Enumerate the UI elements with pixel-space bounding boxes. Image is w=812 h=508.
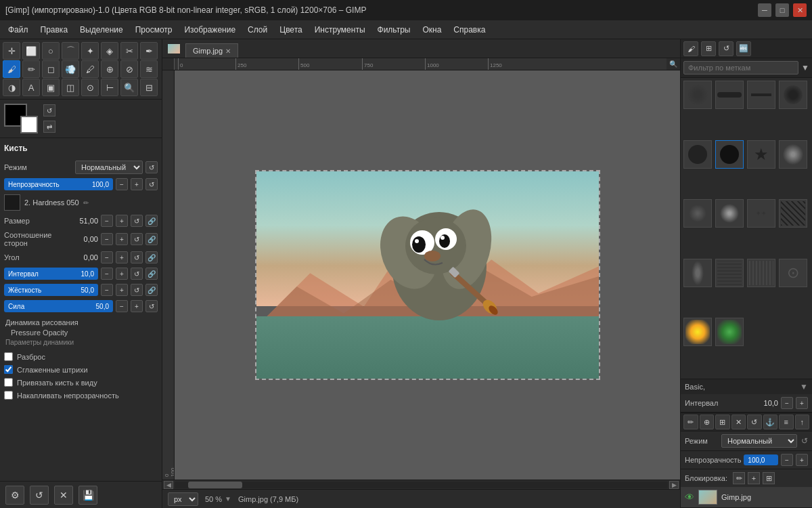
opacity-minus[interactable]: − — [116, 178, 128, 190]
color-picker-tool[interactable]: ⊙ — [81, 79, 99, 96]
unit-select[interactable]: px % cm — [168, 492, 198, 506]
menu-image[interactable]: Изображение — [179, 22, 241, 37]
brush-cell-7[interactable]: ★ — [747, 140, 775, 169]
scroll-left-btn[interactable]: ◀ — [164, 481, 173, 489]
brush-tool-btn-2[interactable]: ⊞ — [701, 41, 716, 56]
fit-zoom-button[interactable]: 🔍 — [667, 58, 680, 70]
bucket-fill-tool[interactable]: ▣ — [42, 79, 60, 96]
brush-tool-btn-4[interactable]: 🔤 — [736, 41, 751, 56]
hardness-reset[interactable]: ↺ — [131, 284, 143, 296]
menu-layer[interactable]: Слой — [242, 22, 273, 37]
angle-minus[interactable]: − — [101, 251, 113, 263]
tool-delete-button[interactable]: ✕ — [54, 486, 73, 505]
brush-cell-5[interactable] — [683, 140, 712, 169]
spacing-plus[interactable]: + — [116, 268, 128, 280]
layer-copy-btn[interactable]: ⊕ — [700, 415, 715, 429]
dodge-burn-tool[interactable]: ◑ — [3, 79, 20, 96]
size-link[interactable]: 🔗 — [145, 215, 158, 227]
layer-mode-select[interactable]: Нормальный — [721, 434, 797, 448]
brush-cell-14[interactable] — [715, 259, 744, 287]
force-plus[interactable]: + — [131, 300, 143, 312]
reset-colors-button[interactable]: ↺ — [43, 104, 55, 117]
spacing-reset[interactable]: ↺ — [131, 268, 143, 280]
blend-tool[interactable]: ◫ — [62, 79, 79, 96]
brush-cell-17[interactable] — [683, 318, 712, 346]
paths-tool[interactable]: ✒ — [140, 42, 158, 60]
lock-pixels-btn[interactable]: ✏ — [733, 472, 745, 484]
menu-tools[interactable]: Инструменты — [309, 22, 371, 37]
hardness-link[interactable]: 🔗 — [145, 284, 158, 296]
mode-reset-btn[interactable]: ↺ — [145, 161, 158, 173]
ratio-minus[interactable]: − — [101, 233, 113, 245]
brush-cell-13[interactable] — [683, 259, 712, 287]
layer-delete-btn[interactable]: ✕ — [731, 415, 746, 429]
layer-flatten-btn[interactable]: ≡ — [779, 415, 794, 429]
scrollbar-track[interactable] — [175, 482, 668, 488]
brush-cell-9[interactable] — [683, 199, 712, 228]
scissors-tool[interactable]: ✂ — [120, 42, 138, 60]
spacing-link[interactable]: 🔗 — [145, 268, 158, 280]
menu-help[interactable]: Справка — [448, 22, 491, 37]
heal-tool[interactable]: ⊘ — [120, 60, 138, 78]
measure-tool[interactable]: ⊢ — [101, 79, 118, 96]
brush-cell-11[interactable]: ✦✦✦ — [747, 199, 775, 228]
eraser-tool[interactable]: ◻ — [42, 60, 60, 78]
mode-select[interactable]: Нормальный — [75, 161, 143, 174]
brush-cell-2[interactable] — [715, 81, 744, 109]
rectangle-select-tool[interactable]: ⬜ — [22, 42, 40, 60]
brush-filter-dropdown[interactable]: ▼ — [801, 63, 809, 72]
airbrush-tool[interactable]: 💨 — [62, 60, 79, 78]
opacity-plus[interactable]: + — [131, 178, 143, 190]
smudge-tool[interactable]: ≋ — [140, 60, 158, 78]
brush-cell-6[interactable] — [715, 140, 744, 169]
layer-mode-reset[interactable]: ↺ — [801, 436, 808, 446]
angle-plus[interactable]: + — [116, 251, 128, 263]
background-color[interactable] — [20, 116, 38, 133]
interval-plus[interactable]: + — [796, 397, 808, 409]
ink-tool[interactable]: 🖊 — [81, 60, 99, 78]
zoom-dropdown-arrow[interactable]: ▼ — [225, 495, 231, 503]
layer-raise-btn[interactable]: ↑ — [795, 415, 810, 429]
menu-file[interactable]: Файл — [3, 22, 34, 37]
opacity-reset[interactable]: ↺ — [145, 178, 158, 190]
angle-reset[interactable]: ↺ — [131, 251, 143, 263]
brush-edit-icon[interactable]: ✏ — [83, 199, 89, 207]
brush-cell-12[interactable] — [779, 199, 807, 228]
hardness-plus[interactable]: + — [116, 284, 128, 296]
text-tool[interactable]: A — [22, 79, 40, 96]
align-tool[interactable]: ⊟ — [140, 79, 158, 96]
angle-link[interactable]: 🔗 — [145, 251, 158, 263]
menu-select[interactable]: Выделение — [74, 22, 129, 37]
layer-refresh-btn[interactable]: ↺ — [747, 415, 762, 429]
force-reset[interactable]: ↺ — [145, 300, 158, 312]
lock-alpha-btn[interactable]: ⊞ — [763, 472, 775, 484]
free-select-tool[interactable]: ⌒ — [62, 42, 79, 60]
ratio-reset[interactable]: ↺ — [131, 233, 143, 245]
hardness-slider[interactable]: Жёсткость 50,0 — [4, 284, 98, 296]
layer-edit-btn[interactable]: ✏ — [683, 415, 698, 429]
scatter-checkbox[interactable] — [4, 352, 13, 361]
lock-position-btn[interactable]: + — [748, 472, 760, 484]
interval-minus[interactable]: − — [781, 397, 793, 409]
brush-cell-15[interactable] — [747, 259, 775, 287]
menu-edit[interactable]: Правка — [35, 22, 74, 37]
menu-view[interactable]: Просмотр — [130, 22, 178, 37]
spacing-minus[interactable]: − — [101, 268, 113, 280]
canvas-scroll[interactable] — [175, 70, 680, 480]
select-by-color-tool[interactable]: ◈ — [101, 42, 118, 60]
scroll-right-btn[interactable]: ▶ — [669, 481, 679, 489]
tool-config-button[interactable]: ⚙ — [5, 486, 24, 505]
lock-brush-checkbox[interactable] — [4, 378, 13, 387]
force-slider[interactable]: Сила 50,0 — [4, 300, 113, 312]
layer-anchor-btn[interactable]: ⚓ — [763, 415, 778, 429]
zoom-tool[interactable]: 🔍 — [120, 79, 138, 96]
move-tool[interactable]: ✛ — [3, 42, 20, 60]
brush-tool-btn-3[interactable]: ↺ — [719, 41, 734, 56]
accumulate-checkbox[interactable] — [4, 391, 13, 400]
ratio-plus[interactable]: + — [116, 233, 128, 245]
layer-duplicate-btn[interactable]: ⊞ — [715, 415, 730, 429]
swap-colors-button[interactable]: ⇄ — [43, 121, 55, 133]
tool-add-button[interactable]: 💾 — [78, 486, 97, 505]
size-plus[interactable]: + — [116, 215, 128, 227]
hardness-minus[interactable]: − — [101, 284, 113, 296]
